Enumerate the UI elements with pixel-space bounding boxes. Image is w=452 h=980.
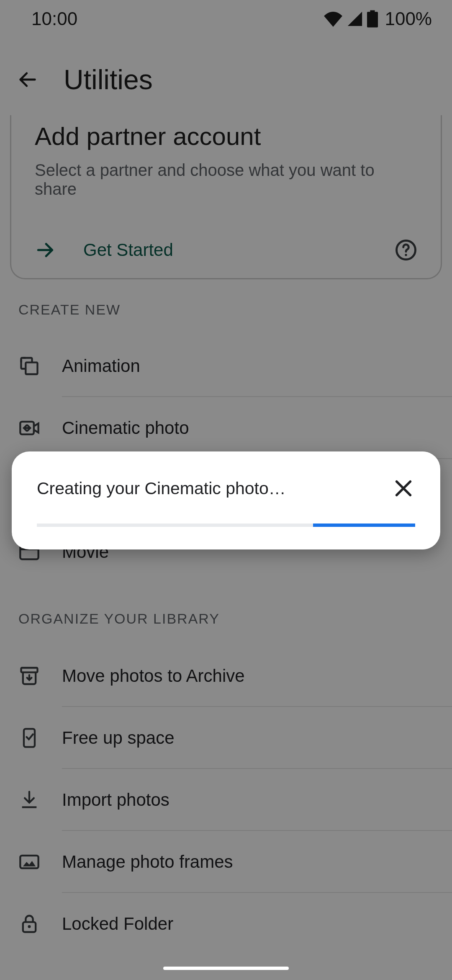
home-indicator[interactable] [163,967,289,970]
progress-bar [313,524,415,527]
progress-track [37,524,415,527]
close-icon[interactable] [392,477,415,500]
dialog-title: Creating your Cinematic photo… [37,479,286,498]
progress-dialog: Creating your Cinematic photo… [12,451,440,549]
